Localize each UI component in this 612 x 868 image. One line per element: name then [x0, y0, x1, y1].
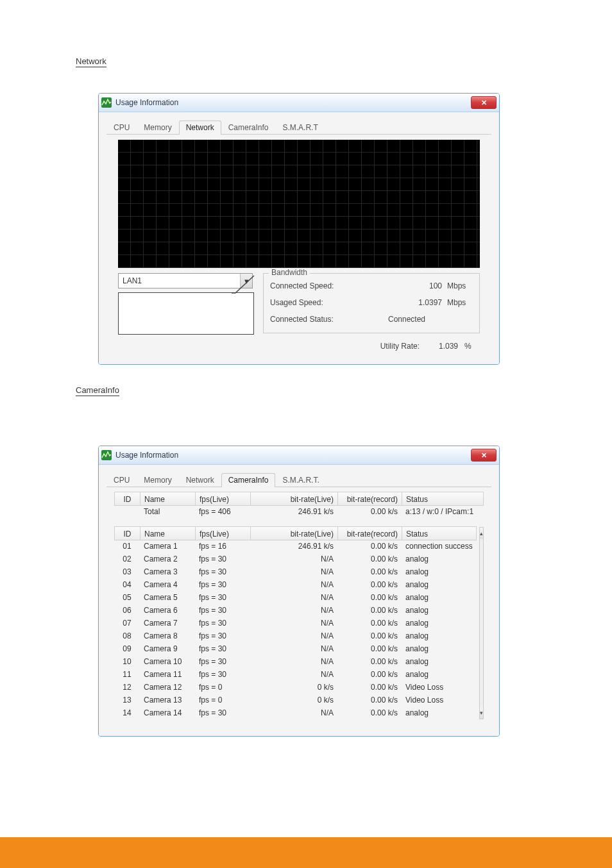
table-cell: fps = 0	[195, 683, 250, 692]
close-icon: ✕	[481, 451, 487, 460]
window-title: Usage Information	[115, 451, 178, 460]
tab-memory[interactable]: Memory	[137, 473, 178, 487]
table-cell: Camera 9	[140, 644, 195, 653]
column-header[interactable]: Name	[140, 526, 195, 540]
table-cell: analog	[402, 644, 477, 653]
column-header[interactable]: bit-rate(Live)	[250, 492, 337, 506]
callout-box	[118, 292, 254, 335]
tab-cpu[interactable]: CPU	[106, 473, 137, 487]
titlebar: Usage Information ✕	[99, 446, 499, 465]
table-row[interactable]: 09Camera 9fps = 30N/A0.00 k/sanalog	[114, 642, 477, 655]
table-cell: Camera 13	[140, 696, 195, 705]
table-cell: Camera 8	[140, 631, 195, 640]
table-cell: 0.00 k/s	[337, 644, 402, 653]
table-cell: 0.00 k/s	[337, 696, 402, 705]
column-header[interactable]: Name	[140, 492, 195, 506]
table-cell: Camera 14	[140, 708, 195, 717]
table-cell: Camera 3	[140, 567, 195, 576]
column-header[interactable]: fps(Live)	[195, 526, 250, 540]
table-cell: 07	[114, 619, 140, 628]
table-cell: 0.00 k/s	[337, 631, 402, 640]
column-header[interactable]: bit-rate(Live)	[250, 526, 337, 540]
table-cell: analog	[402, 555, 477, 563]
section-camerainfo-caption-c: information shows, too.	[76, 419, 162, 429]
scroll-track[interactable]	[480, 539, 483, 707]
tab-camerainfo[interactable]: CameraInfo	[221, 121, 276, 135]
table-cell: Camera 5	[140, 593, 195, 602]
table-row[interactable]: 12Camera 12fps = 00 k/s0.00 k/sVideo Los…	[114, 681, 477, 694]
table-cell: analog	[402, 567, 477, 576]
network-graph	[118, 140, 480, 268]
window-title: Usage Information	[115, 98, 178, 107]
bandwidth-value: 100	[366, 281, 447, 290]
table-cell: N/A	[250, 619, 337, 628]
table-cell: 11	[114, 670, 140, 679]
table-row[interactable]: 02Camera 2fps = 30N/A0.00 k/sanalog	[114, 553, 477, 565]
table-cell: N/A	[250, 644, 337, 653]
tab-network[interactable]: Network	[179, 121, 221, 135]
table-row[interactable]: 07Camera 7fps = 30N/A0.00 k/sanalog	[114, 617, 477, 630]
table-row[interactable]: 11Camera 11fps = 30N/A0.00 k/sanalog	[114, 668, 477, 681]
table-cell: 04	[114, 580, 140, 589]
table-cell: 0.00 k/s	[337, 593, 402, 602]
table-cell: analog	[402, 657, 477, 666]
table-cell: 0 k/s	[250, 696, 337, 705]
column-header[interactable]: ID	[114, 526, 140, 540]
table-row[interactable]: 13Camera 13fps = 00 k/s0.00 k/sVideo Los…	[114, 694, 477, 706]
table-cell: fps = 30	[195, 606, 250, 615]
app-icon	[101, 450, 112, 460]
footer-bar	[0, 837, 612, 868]
table-cell: Camera 7	[140, 619, 195, 628]
tab-camerainfo[interactable]: CameraInfo	[221, 473, 276, 487]
table-cell: 0.00 k/s	[337, 606, 402, 615]
table-cell: fps = 30	[195, 580, 250, 589]
table-cell: analog	[402, 606, 477, 615]
summary-header-row: IDNamefps(Live)bit-rate(Live)bit-rate(re…	[114, 492, 484, 505]
table-cell: fps = 30	[195, 644, 250, 653]
table-cell: 0.00 k/s	[337, 542, 402, 551]
table-cell: 10	[114, 657, 140, 666]
column-header[interactable]: ID	[114, 492, 140, 506]
tab-smart[interactable]: S.M.A.R.T.	[275, 473, 326, 487]
table-cell: 03	[114, 567, 140, 576]
table-cell: Camera 11	[140, 670, 195, 679]
tab-smart[interactable]: S.M.A.R.T	[275, 121, 325, 135]
bandwidth-legend: Bandwidth	[269, 268, 310, 277]
table-cell: N/A	[250, 580, 337, 589]
table-cell: N/A	[250, 631, 337, 640]
table-row[interactable]: 10Camera 10fps = 30N/A0.00 k/sanalog	[114, 655, 477, 668]
table-row[interactable]: 14Camera 14fps = 30N/A0.00 k/sanalog	[114, 706, 477, 719]
column-header[interactable]: Status	[402, 526, 477, 540]
tab-cpu[interactable]: CPU	[106, 121, 137, 135]
table-cell: N/A	[250, 555, 337, 563]
close-button[interactable]: ✕	[471, 96, 497, 109]
chevron-up-icon: ▴	[480, 530, 483, 537]
table-cell: fps = 0	[195, 696, 250, 705]
tab-memory[interactable]: Memory	[137, 121, 178, 135]
column-header[interactable]: fps(Live)	[195, 492, 250, 506]
table-cell: Camera 6	[140, 606, 195, 615]
table-row[interactable]: 08Camera 8fps = 30N/A0.00 k/sanalog	[114, 630, 477, 642]
table-cell: 06	[114, 606, 140, 615]
column-header[interactable]: bit-rate(record)	[337, 526, 402, 540]
close-button[interactable]: ✕	[471, 449, 497, 462]
scrollbar[interactable]: ▴ ▾	[479, 527, 484, 719]
column-header[interactable]: Status	[402, 492, 484, 506]
scroll-up-button[interactable]: ▴	[480, 528, 483, 539]
table-row[interactable]: 03Camera 3fps = 30N/A0.00 k/sanalog	[114, 565, 477, 578]
table-cell: 0.00 k/s	[337, 619, 402, 628]
tab-network[interactable]: Network	[179, 473, 221, 487]
table-row[interactable]: 01Camera 1fps = 16246.91 k/s0.00 k/sconn…	[114, 540, 477, 553]
table-cell: fps = 30	[195, 631, 250, 640]
bandwidth-unit: Mbps	[447, 298, 473, 307]
column-header[interactable]: bit-rate(record)	[337, 492, 402, 506]
table-row[interactable]: 04Camera 4fps = 30N/A0.00 k/sanalog	[114, 578, 477, 591]
scroll-down-button[interactable]: ▾	[480, 707, 483, 719]
table-row[interactable]: 06Camera 6fps = 30N/A0.00 k/sanalog	[114, 604, 477, 617]
bandwidth-label: Connected Status:	[270, 315, 366, 324]
table-cell: connection success	[402, 542, 477, 551]
table-row[interactable]: 05Camera 5fps = 30N/A0.00 k/sanalog	[114, 591, 477, 604]
table-cell: 0.00 k/s	[337, 580, 402, 589]
section-network-title: Network	[76, 56, 106, 67]
lan-selected-value: LAN1	[123, 276, 142, 285]
